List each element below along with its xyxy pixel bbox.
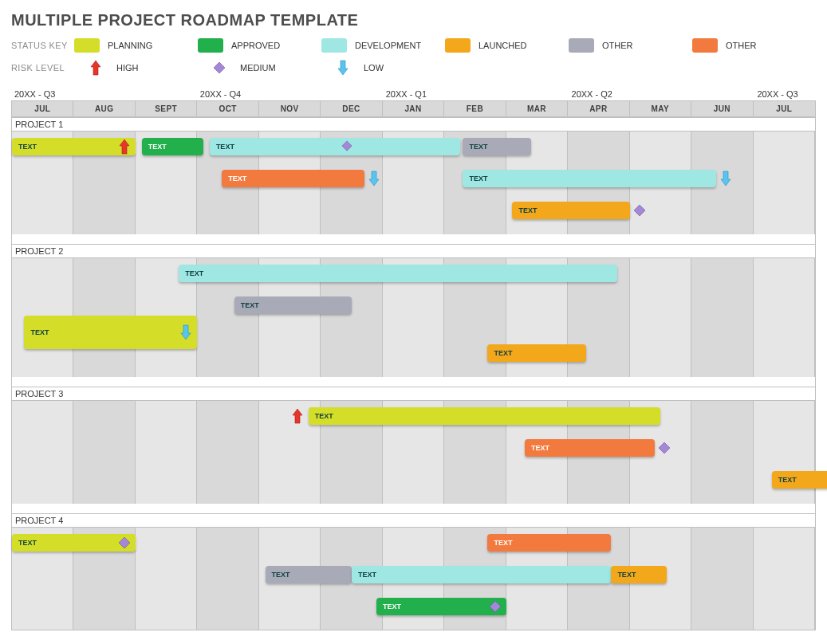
project-lane: TEXTTEXTTEXT [12,400,815,504]
gantt-bar[interactable]: TEXT [234,296,352,314]
risk-medium-icon [489,599,502,615]
gantt-bar-label: TEXT [18,539,37,547]
gantt-bar-label: TEXT [617,571,636,579]
gantt-bar[interactable]: TEXT [210,138,460,155]
gantt-bar[interactable]: TEXT [611,566,667,583]
gantt-bar-label: TEXT [494,539,512,547]
status-swatch [445,38,471,53]
month-cell: JUL [12,100,73,117]
gantt-bar[interactable]: TEXT [525,439,655,457]
gantt-bar-label: TEXT [358,571,376,579]
gantt-bar-label: TEXT [383,603,401,611]
risk-medium-icon [658,440,671,456]
month-cell: MAY [630,100,691,117]
quarter-cell [321,87,383,100]
risk-legend-label: LOW [364,63,384,73]
gantt-bar[interactable]: TEXT [512,202,629,219]
status-legend-item: LAUNCHED [445,38,569,53]
gantt-bar-label: TEXT [469,143,487,151]
risk-legend-label: MEDIUM [240,63,276,73]
gantt-bar[interactable]: TEXT [487,534,611,552]
gantt-bar-label: TEXT [469,175,487,183]
gantt-bar-label: TEXT [30,328,49,336]
gantt-bar[interactable]: TEXT [772,471,827,489]
status-swatch [198,38,223,53]
gantt-bar-label: TEXT [315,412,333,420]
quarter-cell [135,87,197,100]
quarter-cell [630,87,692,100]
status-legend-item: PLANNING [74,38,198,53]
status-swatch [692,38,718,53]
month-cell: OCT [197,100,258,117]
gantt-bar-label: TEXT [272,571,290,579]
risk-high-icon [291,408,304,424]
lane-spacer [12,234,815,244]
gantt-bar[interactable]: TEXT [12,138,136,155]
status-key-label: STATUS KEY [11,41,74,50]
gantt-bar[interactable]: TEXT [266,566,352,583]
quarter-cell: 20XX - Q1 [383,87,445,100]
gantt-bar-label: TEXT [18,143,37,151]
status-legend-label: OTHER [602,41,633,50]
month-cell: APR [568,100,629,117]
risk-medium-icon [633,202,646,218]
gantt-bar[interactable]: TEXT [309,407,661,425]
gantt-bar-label: TEXT [241,301,259,309]
risk-legend-label: HIGH [116,63,139,73]
month-cell: AUG [73,100,135,117]
status-legend-item: OTHER [692,38,816,53]
gantt-bar[interactable]: TEXT [222,170,364,187]
status-legend-label: PLANNING [108,41,152,50]
gantt-bar-label: TEXT [531,444,549,452]
quarter-cell: 20XX - Q3 [11,87,73,100]
risk-low-icon [330,60,356,76]
lane-spacer [12,504,815,513]
gantt-bar[interactable]: TEXT [142,138,203,155]
project-label: PROJECT 4 [12,513,815,527]
gantt-bar[interactable]: TEXT [463,170,716,187]
risk-legend-item: LOW [330,60,454,76]
status-legend-item: OTHER [569,38,692,53]
month-cell: JUN [691,100,753,117]
gantt-bar-label: TEXT [216,143,234,151]
gantt-bar[interactable]: TEXT [352,566,611,583]
project-label: PROJECT 3 [12,387,815,400]
status-legend-item: DEVELOPMENT [321,38,445,53]
month-cell: NOV [259,100,321,117]
status-swatch [74,38,100,53]
risk-high-icon [118,139,131,155]
gantt-bar-label: TEXT [778,476,797,484]
risk-medium-icon [341,139,352,155]
quarter-cell [692,87,754,100]
gantt-bar[interactable]: TEXT [12,534,136,552]
project-label: PROJECT 1 [12,117,815,131]
gantt-bar[interactable]: TEXT [179,265,617,282]
risk-legend-item: HIGH [83,60,207,76]
project-lane: TEXTTEXTTEXTTEXTTEXTTEXTTEXT [12,131,815,234]
status-swatch [321,38,347,53]
risk-high-icon [83,60,108,76]
gantt-bar[interactable]: TEXT [376,598,506,615]
month-header: JULAUGSEPTOCTNOVDECJANFEBMARAPRMAYJUNJUL [12,100,815,117]
status-legend-label: APPROVED [231,41,280,50]
month-cell: FEB [444,100,506,117]
quarter-cell: 20XX - Q2 [569,87,631,100]
quarter-cell: 20XX - Q3 [754,87,816,100]
gantt-bar-label: TEXT [494,349,512,357]
quarter-cell: 20XX - Q4 [197,87,259,100]
quarter-header: 20XX - Q320XX - Q420XX - Q120XX - Q220XX… [11,87,816,100]
status-legend-label: LAUNCHED [478,41,527,50]
month-cell: DEC [321,100,382,117]
gantt-bar[interactable]: TEXT [487,344,586,362]
risk-level-label: RISK LEVEL [11,63,83,73]
gantt-bar-label: TEXT [228,175,246,183]
gantt-bar-label: TEXT [518,206,537,214]
project-label: PROJECT 2 [12,244,815,257]
project-lane: TEXTTEXTTEXTTEXTTEXTTEXT [12,527,815,630]
quarter-cell [444,87,506,100]
status-legend-label: OTHER [726,41,757,50]
gantt-bar[interactable]: TEXT [24,316,197,349]
risk-low-icon [179,324,192,340]
status-legend-item: APPROVED [198,38,321,53]
gantt-bar[interactable]: TEXT [463,138,530,155]
